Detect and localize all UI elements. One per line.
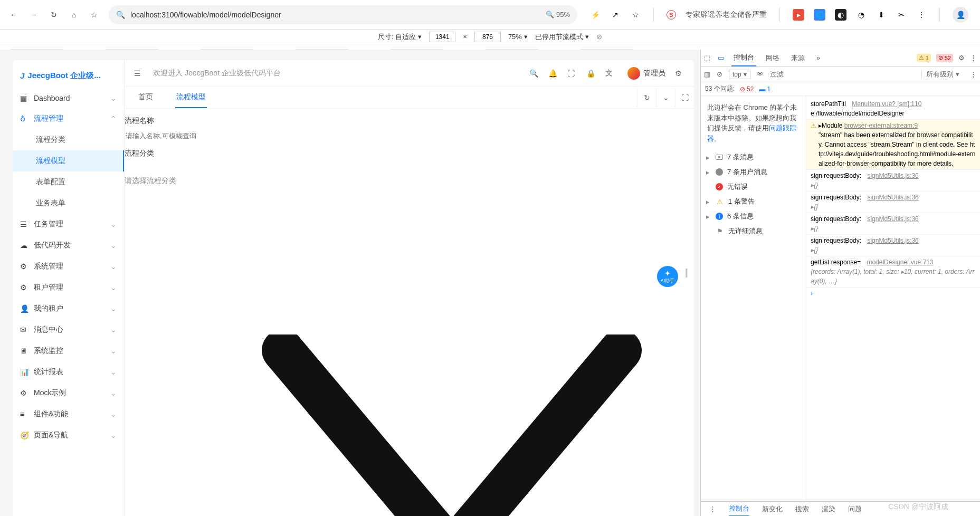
sidebar-row-errors[interactable]: ×无错误	[703, 179, 804, 194]
log-source-link[interactable]: signMd5Utils.js:36	[867, 172, 918, 179]
sidebar-row-user[interactable]: ▸7 条用户消息	[703, 165, 804, 179]
user-menu[interactable]: 管理员	[627, 67, 665, 80]
menu-flow-management[interactable]: ♁ 流程管理 ⌃	[13, 108, 124, 129]
settings-icon[interactable]: ⚙	[675, 69, 684, 78]
log-source-link[interactable]: signMd5Utils.js:36	[867, 194, 918, 201]
console-settings-icon[interactable]: ⋮	[970, 70, 977, 78]
devtools-error-count[interactable]: ⊘ 52	[936, 54, 953, 62]
clear-icon[interactable]: ⊘	[717, 70, 722, 78]
bolt-icon[interactable]: ⚡	[590, 9, 601, 20]
forward-icon[interactable]: →	[28, 9, 39, 20]
console-log-area[interactable]: storePathTitl MenuItem.vue? [sm]:110e /f…	[806, 96, 980, 501]
profile-avatar-icon[interactable]: 👤	[953, 7, 968, 23]
device-throttle-select[interactable]: 已停用节流模式 ▾	[535, 32, 589, 42]
log-row[interactable]: sign requestBody: signMd5Utils.js:36▸{}	[806, 213, 980, 235]
drawer-tab-search[interactable]: 搜索	[795, 504, 809, 514]
log-level-select[interactable]: 所有级别 ▾	[921, 70, 964, 79]
sidebar-toggle-icon[interactable]: ▥	[704, 70, 710, 78]
bell-icon[interactable]: 🔔	[548, 69, 558, 78]
menu-mytenant[interactable]: 👤我的租户⌄	[13, 298, 124, 319]
sidebar-row-warnings[interactable]: ▸⚠1 条警告	[703, 194, 804, 209]
fullscreen-icon[interactable]: ⛶	[567, 69, 577, 78]
log-row[interactable]: sign requestBody: signMd5Utils.js:36▸{}	[806, 192, 980, 213]
console-filter-input[interactable]	[770, 70, 915, 78]
language-icon[interactable]: 文	[605, 69, 615, 78]
ext-red-icon[interactable]: ▸	[793, 9, 804, 21]
menu-report[interactable]: 📊统计报表⌄	[13, 361, 124, 383]
lock-icon[interactable]: 🔒	[586, 69, 596, 78]
log-source-link[interactable]: modelDesigner.vue:713	[867, 259, 933, 266]
menu-pages[interactable]: 🧭页面&导航⌄	[13, 425, 124, 446]
sidebar-row-verbose[interactable]: ⚑无详细消息	[703, 224, 804, 238]
tabs-refresh-icon[interactable]: ↻	[637, 88, 656, 107]
rotate-icon[interactable]: ⊘	[596, 33, 602, 41]
menu-components[interactable]: ≡组件&功能⌄	[13, 404, 124, 425]
submenu-business-form[interactable]: 业务表单	[13, 193, 124, 214]
drawer-tab-issues[interactable]: 问题	[848, 504, 862, 514]
devtools-settings-icon[interactable]: ⚙	[958, 54, 965, 62]
menu-toggle-icon[interactable]: ☰	[134, 69, 144, 78]
menu-system[interactable]: ⚙系统管理⌄	[13, 256, 124, 277]
menu-message[interactable]: ✉消息中心⌄	[13, 319, 124, 340]
submenu-flow-category[interactable]: 流程分类	[13, 129, 124, 150]
log-row[interactable]: getList response= modelDesigner.vue:713{…	[806, 256, 980, 288]
tab-home[interactable]: 首页	[137, 87, 154, 108]
devtools-warn-count[interactable]: ⚠ 1	[917, 54, 931, 62]
devtools-tab-sources[interactable]: 来源	[789, 50, 807, 66]
drawer-tab-rendering[interactable]: 渲染	[822, 504, 835, 514]
home-icon[interactable]: ⌂	[69, 9, 79, 20]
console-prompt[interactable]: ›	[806, 288, 980, 299]
tabs-dropdown-icon[interactable]: ⌄	[656, 88, 675, 107]
dashboard-icon[interactable]: ◔	[856, 9, 867, 20]
inspect-icon[interactable]: ⬚	[704, 54, 710, 62]
log-row[interactable]: storePathTitl MenuItem.vue? [sm]:110e /f…	[806, 98, 980, 120]
device-toggle-icon[interactable]: ▭	[718, 54, 724, 62]
submenu-form-config[interactable]: 表单配置	[13, 171, 124, 193]
live-expr-icon[interactable]: 👁	[757, 70, 764, 78]
issues-bar[interactable]: 53 个问题: ⊘ 52 ▬ 1	[701, 82, 980, 96]
more-icon[interactable]: ⋮	[916, 9, 927, 20]
ext-translate-icon[interactable]: 🌐	[814, 9, 825, 21]
flow-category-select[interactable]: 请选择流程分类	[125, 173, 241, 189]
context-select[interactable]: top ▾	[729, 70, 750, 79]
submenu-flow-model[interactable]: 流程模型	[13, 150, 124, 171]
share-icon[interactable]: ↗	[610, 9, 621, 20]
news-badge-icon[interactable]: S	[667, 10, 676, 20]
devtools-tab-network[interactable]: 网络	[764, 50, 782, 66]
log-row[interactable]: sign requestBody: signMd5Utils.js:36▸{}	[806, 170, 980, 192]
log-source-link[interactable]: signMd5Utils.js:36	[867, 237, 918, 244]
log-row[interactable]: sign requestBody: signMd5Utils.js:36▸{}	[806, 235, 980, 256]
menu-task[interactable]: ☰任务管理⌄	[13, 214, 124, 235]
log-source-link[interactable]: signMd5Utils.js:36	[867, 215, 918, 223]
news-text[interactable]: 专家辟谣养老金储备严重	[686, 10, 767, 20]
back-icon[interactable]: ←	[8, 9, 19, 20]
flow-name-input[interactable]	[125, 128, 241, 144]
menu-mock[interactable]: ⚙Mock示例⌄	[13, 383, 124, 404]
device-width-input[interactable]	[429, 32, 455, 42]
reload-icon[interactable]: ↻	[49, 9, 59, 20]
device-height-input[interactable]	[474, 32, 501, 42]
search-icon[interactable]: 🔍	[529, 69, 539, 78]
menu-tenant[interactable]: ⚙租户管理⌄	[13, 277, 124, 298]
ext-dark-icon[interactable]: ◐	[835, 9, 846, 21]
device-zoom-select[interactable]: 75% ▾	[508, 33, 528, 41]
log-source-link[interactable]: browser-external:stream:9	[844, 122, 918, 129]
drawer-tab-whatsnew[interactable]: 新变化	[762, 504, 783, 514]
devtools-tab-more[interactable]: »	[814, 50, 822, 66]
sidebar-logo[interactable]: J JeecgBoot 企业级...	[13, 65, 124, 88]
drawer-tab-console[interactable]: 控制台	[729, 502, 749, 517]
drag-handle-icon[interactable]: ||	[685, 267, 687, 278]
download-icon[interactable]: ⬇	[876, 9, 887, 20]
sidebar-row-info[interactable]: ▸i6 条信息	[703, 209, 804, 224]
menu-monitor[interactable]: 🖥系统监控⌄	[13, 340, 124, 361]
scissors-icon[interactable]: ✂	[896, 9, 907, 20]
menu-dashboard[interactable]: ▦ Dashboard ⌄	[13, 88, 124, 108]
menu-lowcode[interactable]: ☁低代码开发⌄	[13, 235, 124, 256]
address-bar[interactable]: 🔍 localhost:3100/flowable/model/modelDes…	[109, 5, 577, 24]
bookmark-star-icon[interactable]: ☆	[630, 9, 641, 20]
star-icon[interactable]: ☆	[89, 9, 99, 20]
tabs-expand-icon[interactable]: ⛶	[675, 88, 694, 107]
devtools-menu-icon[interactable]: ⋮	[970, 54, 977, 62]
device-size-select[interactable]: 尺寸: 自适应 ▾	[378, 32, 422, 42]
sidebar-row-messages[interactable]: ▸≡7 条消息	[703, 150, 804, 165]
